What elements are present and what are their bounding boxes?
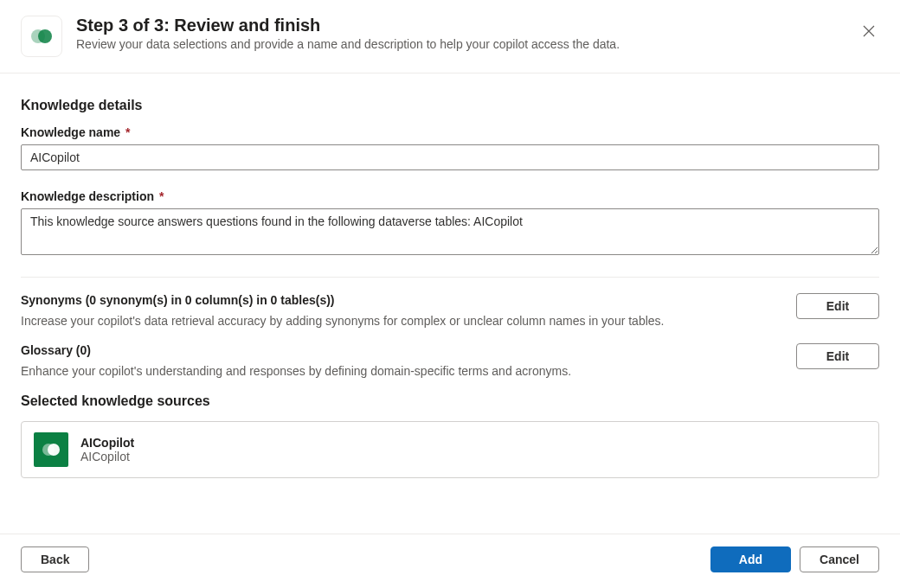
knowledge-description-input[interactable] — [21, 208, 879, 255]
knowledge-description-field: Knowledge description * — [21, 189, 879, 258]
knowledge-name-field: Knowledge name * — [21, 125, 879, 170]
dataverse-glyph-icon — [29, 24, 54, 48]
source-dataverse-icon — [34, 432, 68, 467]
glossary-title: Glossary (0) — [21, 343, 782, 357]
dataverse-icon — [21, 16, 62, 57]
synonyms-section: Synonyms (0 synonym(s) in 0 column(s) in… — [21, 293, 879, 328]
wizard-header: Step 3 of 3: Review and finish Review yo… — [0, 0, 900, 74]
synonyms-desc: Increase your copilot's data retrieval a… — [21, 314, 782, 328]
glossary-desc: Enhance your copilot's understanding and… — [21, 364, 782, 378]
wizard-footer: Back Add Cancel — [0, 534, 900, 588]
knowledge-name-label: Knowledge name * — [21, 125, 879, 139]
knowledge-source-card: AICopilot AICopilot — [21, 421, 879, 478]
edit-synonyms-button[interactable]: Edit — [796, 293, 879, 319]
selected-sources-title: Selected knowledge sources — [21, 393, 879, 409]
source-text: AICopilot AICopilot — [80, 436, 134, 463]
wizard-subtitle: Review your data selections and provide … — [76, 37, 858, 51]
knowledge-description-label: Knowledge description * — [21, 189, 879, 203]
back-button[interactable]: Back — [21, 546, 89, 572]
source-name: AICopilot — [80, 436, 134, 450]
wizard-title: Step 3 of 3: Review and finish — [76, 16, 858, 35]
synonyms-title: Synonyms (0 synonym(s) in 0 column(s) in… — [21, 293, 782, 307]
required-mark: * — [122, 125, 130, 139]
edit-glossary-button[interactable]: Edit — [796, 343, 879, 369]
required-mark: * — [156, 189, 164, 203]
cancel-button[interactable]: Cancel — [800, 546, 879, 572]
add-button[interactable]: Add — [710, 546, 791, 572]
close-button[interactable] — [858, 21, 879, 44]
knowledge-details-title: Knowledge details — [21, 98, 879, 113]
knowledge-name-input[interactable] — [21, 144, 879, 170]
svg-point-3 — [48, 444, 60, 456]
divider — [21, 277, 879, 278]
wizard-content: Knowledge details Knowledge name * Knowl… — [0, 74, 900, 478]
close-icon — [862, 24, 876, 38]
source-sub: AICopilot — [80, 450, 134, 463]
glossary-section: Glossary (0) Enhance your copilot's unde… — [21, 343, 879, 378]
svg-point-1 — [38, 29, 52, 43]
header-text: Step 3 of 3: Review and finish Review yo… — [76, 16, 858, 51]
dataverse-white-icon — [41, 439, 61, 460]
